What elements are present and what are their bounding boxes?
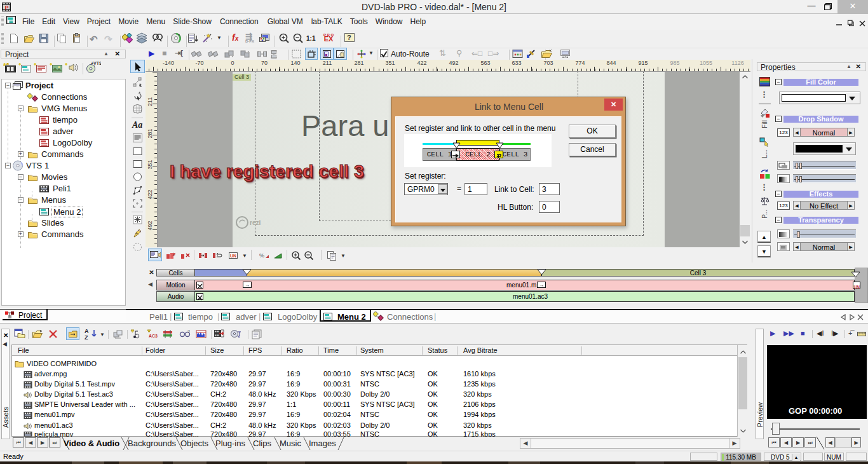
svg-text:UN: UN — [230, 254, 236, 258]
svg-text:%: % — [259, 252, 264, 259]
svg-text:?: ? — [187, 329, 190, 334]
svg-text:UN: UN — [854, 284, 860, 289]
svg-text:rezi: rezi — [250, 219, 261, 226]
svg-text:+: + — [172, 252, 175, 258]
svg-text:AC3: AC3 — [149, 334, 158, 338]
svg-text:?: ? — [347, 34, 351, 41]
